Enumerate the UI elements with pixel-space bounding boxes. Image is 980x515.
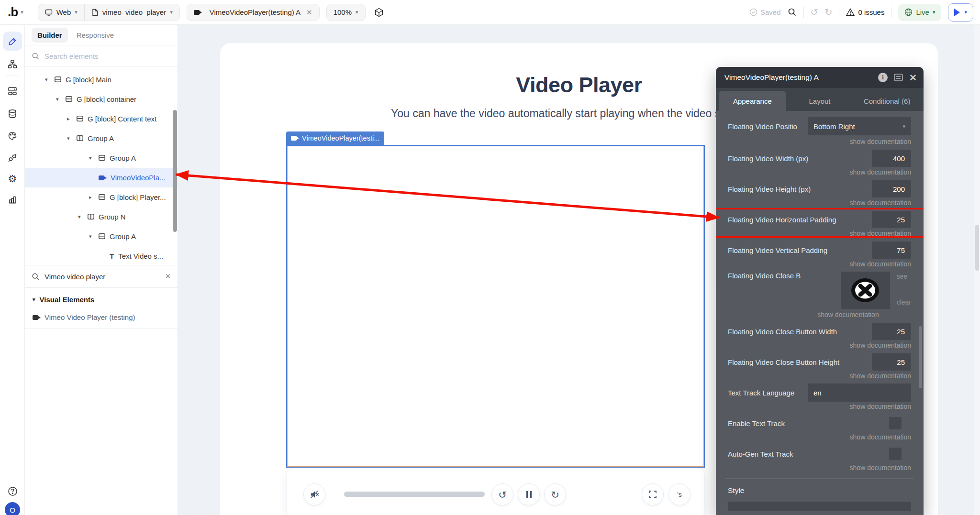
live-button[interactable]: Live ▾ [898,4,941,21]
visual-elements-section[interactable]: ▾ Visual Elements [25,288,178,308]
close-icon[interactable]: ✕ [909,72,917,83]
show-documentation-link[interactable]: show documentation [728,402,911,410]
tree-scrollbar[interactable] [173,110,177,232]
tree-row[interactable]: ▾Group A [25,129,178,148]
forward-button[interactable]: ↻ [544,483,566,505]
zoom-selector[interactable]: 100% ▾ [326,4,366,21]
tree-row[interactable]: TText Video s... [25,246,178,265]
device-selector[interactable]: Web ▾ [38,4,84,21]
comment-icon[interactable] [894,74,903,81]
pause-icon [526,491,532,498]
page-label: vimeo_video_player [102,8,166,16]
tree-row[interactable]: ▾Group A [25,227,178,246]
tab-appearance[interactable]: Appearance [719,91,786,111]
style-input[interactable] [728,502,911,511]
redo-icon[interactable]: ↻ [824,7,832,18]
component-item-vimeo-player[interactable]: Vimeo Video Player (testing) [25,308,178,329]
cube-icon[interactable] [374,8,384,17]
divider [803,7,804,18]
tree-row[interactable]: ▾G [block] container [25,89,178,109]
video-icon [194,8,201,16]
search-icon [32,273,40,281]
show-documentation-link[interactable]: show documentation [728,340,911,349]
edit-pencil-icon[interactable] [3,32,22,51]
tree-row[interactable]: ▾G [block] Main [25,70,178,89]
close-button-image-thumbnail[interactable] [841,272,890,309]
vertical-padding-input[interactable] [872,241,911,259]
tree-row[interactable]: ▾Group N [25,207,178,227]
page-scrollbar[interactable] [974,25,980,515]
chevron-down-icon: ▾ [75,9,78,15]
text-track-language-input[interactable] [808,384,911,402]
show-documentation-link[interactable]: show documentation [728,310,911,318]
show-documentation-link[interactable]: show documentation [728,371,911,380]
show-documentation-link[interactable]: show documentation [728,432,911,441]
show-documentation-link[interactable]: show documentation [728,229,911,237]
device-label: Web [56,8,71,16]
sitemap-icon[interactable] [3,55,22,74]
video-player-element[interactable] [286,145,705,468]
clear-search-icon[interactable]: ✕ [165,272,171,281]
position-select[interactable]: Bottom Right ▾ [808,117,911,135]
show-documentation-link[interactable]: show documentation [728,137,911,145]
tree-row[interactable]: ▾Group A [25,148,178,168]
progress-bar[interactable] [344,492,485,497]
close-tab-icon[interactable]: ✕ [306,8,312,17]
tab-conditional[interactable]: Conditional (6) [853,91,921,111]
field-floating-video-horizontal-padding: Floating Video Horizontal Padding show d… [728,210,911,237]
height-input[interactable] [872,180,911,197]
mute-button[interactable] [303,483,325,505]
blocks-icon[interactable] [3,81,22,100]
check-circle-icon [749,8,757,16]
settings-gear-icon[interactable]: ⚙ [3,169,22,188]
playback-speed-button[interactable]: 's [668,483,690,505]
avatar[interactable]: O [5,502,20,515]
enable-text-track-checkbox[interactable] [889,417,902,429]
rewind-button[interactable]: ↺ [491,483,513,505]
builder-logo[interactable]: .b ▾ [8,5,23,20]
plug-icon[interactable] [3,148,22,167]
tree-row[interactable]: ▸G [block] Content text [25,109,178,129]
inspector-scrollbar-thumb[interactable] [919,326,922,388]
zoom-level: 100% [334,8,352,16]
palette-icon[interactable] [3,126,22,145]
preview-play-button[interactable]: ▾ [948,3,973,22]
horizontal-padding-input[interactable] [872,211,911,228]
open-component-tab[interactable]: VimeoVideoPlayer(testing) A ✕ [187,4,320,21]
undo-icon[interactable]: ↺ [811,7,818,18]
auto-gen-text-track-checkbox[interactable] [889,448,902,460]
search-elements-placeholder: Search elements [45,52,99,60]
search-icon[interactable] [788,8,797,17]
search-elements-field[interactable]: Search elements [25,45,178,67]
tab-label: VimeoVideoPlayer(testing) A [210,8,301,16]
clear-link[interactable]: clear [897,298,911,306]
close-button-width-input[interactable] [872,323,911,340]
database-icon[interactable] [3,104,22,123]
see-link[interactable]: see [897,273,911,280]
component-search-field[interactable]: Vimeo video player ✕ [25,265,178,288]
page-selector[interactable]: vimeo_video_player ▾ [84,4,179,21]
component-search-value: Vimeo video player [45,273,160,281]
bar-chart-icon[interactable] [3,190,22,209]
tab-layout[interactable]: Layout [786,91,854,111]
tree-row[interactable]: ▸G [block] Player... [25,187,178,207]
page-scrollbar-thumb[interactable] [975,225,979,271]
close-button-height-input[interactable] [872,353,911,371]
help-icon[interactable] [3,482,22,501]
width-input[interactable] [872,150,911,167]
show-documentation-link[interactable]: show documentation [728,463,911,471]
show-documentation-link[interactable]: show documentation [728,198,911,207]
pause-button[interactable] [518,483,540,505]
show-documentation-link[interactable]: show documentation [728,259,911,268]
monitor-icon [45,9,53,16]
show-documentation-link[interactable]: show documentation [728,167,911,176]
issues-indicator[interactable]: 0 issues [846,8,884,16]
tab-responsive[interactable]: Responsive [71,28,120,43]
field-auto-gen-text-track: Auto-Gen Text Track show documentation [728,445,911,471]
divider [725,478,914,479]
selection-tag[interactable]: VimeoVideoPlayer(testi... [286,131,384,145]
info-icon[interactable]: i [878,73,888,82]
tab-builder[interactable]: Builder [32,28,68,43]
tree-row-selected[interactable]: VimeoVideoPla... [25,168,178,187]
fullscreen-button[interactable] [642,483,664,505]
